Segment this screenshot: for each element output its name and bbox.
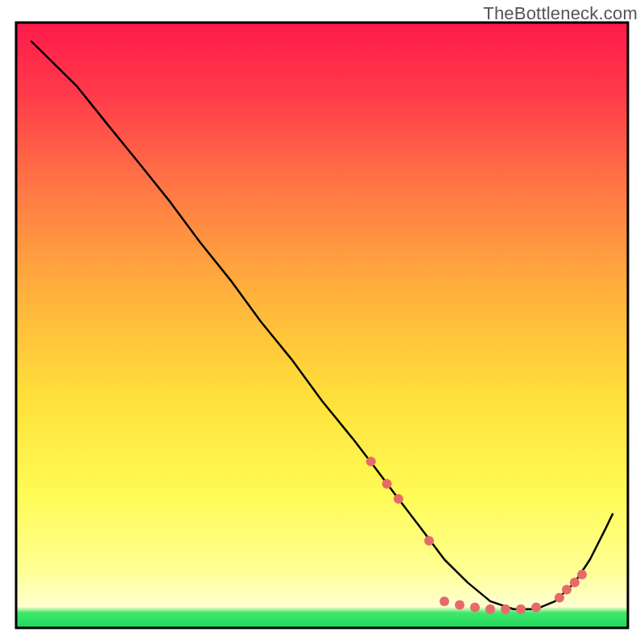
data-marker [577, 570, 587, 580]
data-marker [424, 536, 434, 546]
data-marker [485, 605, 495, 614]
bottleneck-chart [0, 0, 644, 644]
data-marker [394, 494, 403, 504]
data-marker [531, 602, 541, 612]
chart-container: { "watermark": "TheBottleneck.com", "cha… [0, 0, 644, 644]
data-marker [562, 585, 572, 595]
data-marker [470, 602, 480, 612]
watermark-text: TheBottleneck.com [483, 3, 638, 24]
data-marker [382, 479, 392, 489]
data-marker [555, 592, 564, 602]
data-marker [440, 597, 449, 606]
data-marker [366, 456, 376, 466]
data-marker [455, 600, 464, 609]
data-marker [501, 605, 510, 614]
data-marker [570, 578, 580, 588]
plot-background [16, 23, 628, 628]
data-marker [516, 605, 526, 614]
